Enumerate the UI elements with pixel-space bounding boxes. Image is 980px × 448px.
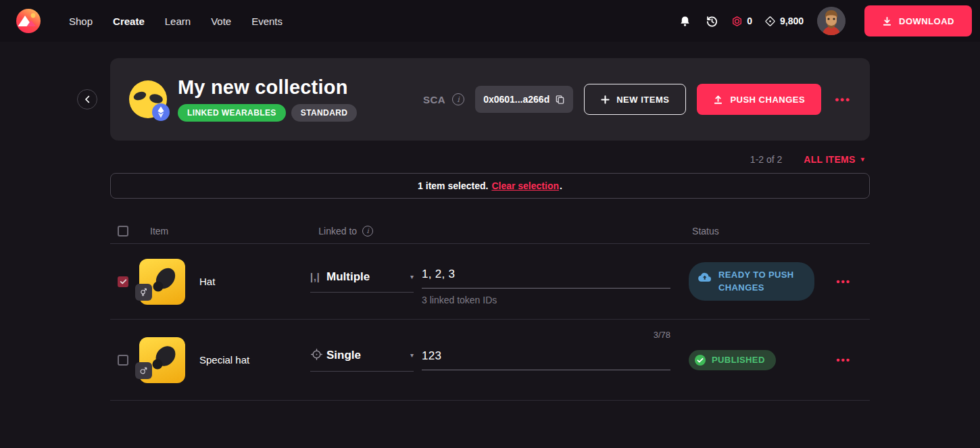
collection-header-card: My new collection LINKED WEARABLES STAND…	[110, 58, 870, 141]
mana-amount: 0	[747, 16, 752, 26]
new-items-label: NEW ITEMS	[616, 95, 669, 105]
items-filter-label: ALL ITEMS	[804, 154, 855, 165]
ethereum-network-badge-icon	[152, 103, 170, 121]
male-body-shape-icon	[135, 362, 152, 379]
download-label: DOWNLOAD	[899, 16, 954, 26]
upload-icon	[713, 95, 723, 105]
items-filter-dropdown[interactable]: ALL ITEMS ▾	[804, 154, 864, 165]
main-nav: Shop Create Learn Vote Events	[69, 16, 283, 27]
item-more-menu[interactable]: •••	[836, 276, 851, 287]
mana-icon	[731, 16, 743, 27]
select-all-checkbox[interactable]	[118, 226, 128, 237]
collection-thumbnail	[129, 80, 167, 118]
back-button[interactable]	[77, 89, 97, 109]
decentraland-logo-icon[interactable]	[16, 9, 41, 33]
token-id-input[interactable]	[422, 349, 670, 370]
selection-banner: 1 item selected. Clear selection .	[110, 173, 870, 199]
nav-vote[interactable]: Vote	[211, 16, 231, 27]
chevron-down-icon: ▾	[861, 156, 864, 163]
collection-more-menu[interactable]: •••	[832, 94, 854, 105]
single-id-crosshair-icon	[310, 348, 326, 363]
table-row-hat: Hat |,| Multiple ▾ 3 linked token IDs	[110, 244, 870, 320]
push-changes-button[interactable]: PUSH CHANGES	[697, 84, 821, 115]
table-header-row: Item Linked to i Status	[110, 218, 870, 244]
items-toolbar: 1-2 of 2 ALL ITEMS ▾	[110, 154, 870, 165]
new-items-button[interactable]: NEW ITEMS	[584, 84, 686, 115]
mana-balance[interactable]: 0	[731, 16, 752, 27]
linked-token-ids-helper: 3 linked token IDs	[422, 295, 670, 305]
nav-shop[interactable]: Shop	[69, 16, 93, 27]
points-amount: 9,800	[780, 16, 804, 26]
collection-title: My new collection	[178, 77, 357, 99]
column-linked-to: Linked to i	[318, 226, 373, 237]
row-checkbox[interactable]	[118, 276, 128, 287]
standard-badge: STANDARD	[291, 104, 358, 122]
status-badge-ready-to-push: READY TO PUSH CHANGES	[689, 262, 814, 301]
check-circle-icon	[694, 354, 706, 366]
top-navbar: Shop Create Learn Vote Events	[0, 0, 980, 42]
linked-to-info-icon[interactable]: i	[362, 226, 373, 237]
nav-create[interactable]: Create	[113, 16, 145, 27]
mapping-type-label: Single	[326, 349, 361, 362]
linked-wearables-badge: LINKED WEARABLES	[178, 104, 286, 122]
notifications-bell-icon[interactable]	[677, 14, 692, 28]
cloud-upload-icon	[697, 272, 712, 282]
contract-address: 0x0601...a266d	[483, 94, 549, 105]
nav-events[interactable]: Events	[251, 16, 283, 27]
status-text: PUBLISHED	[712, 355, 765, 365]
sca-info-icon[interactable]: i	[452, 93, 464, 105]
diamond-icon	[764, 16, 776, 27]
activity-history-icon[interactable]	[704, 14, 719, 28]
column-status: Status	[692, 226, 719, 237]
mapping-type-dropdown[interactable]: Single ▾	[310, 348, 414, 372]
push-changes-label: PUSH CHANGES	[730, 95, 805, 105]
user-avatar[interactable]	[817, 7, 846, 35]
copy-icon[interactable]	[555, 95, 565, 105]
token-ids-field: 3 linked token IDs	[422, 268, 670, 305]
download-icon	[882, 16, 892, 26]
item-name[interactable]: Special hat	[199, 354, 310, 366]
points-balance[interactable]: 9,800	[764, 16, 804, 27]
mapping-type-dropdown[interactable]: |,| Multiple ▾	[310, 270, 414, 293]
column-linked-to-label: Linked to	[318, 226, 357, 237]
status-badge-published: PUBLISHED	[689, 350, 776, 370]
nav-learn[interactable]: Learn	[165, 16, 191, 27]
item-thumbnail[interactable]	[139, 259, 185, 305]
token-id-field: 3/78	[422, 349, 670, 370]
item-name[interactable]: Hat	[199, 276, 310, 287]
mapping-type-label: Multiple	[326, 270, 370, 284]
pagination-count: 1-2 of 2	[750, 154, 782, 165]
table-row-special-hat: Special hat Single ▾ 3/78	[110, 320, 870, 401]
chevron-down-icon: ▾	[410, 274, 414, 280]
chevron-left-icon	[84, 95, 90, 103]
status-text: READY TO PUSH CHANGES	[718, 269, 804, 295]
items-table: Item Linked to i Status	[110, 218, 870, 401]
char-counter: 3/78	[654, 330, 670, 340]
sca-label: SCA	[423, 94, 445, 105]
multiple-ids-icon: |,|	[310, 272, 326, 282]
plus-icon	[601, 95, 610, 104]
selection-suffix: .	[560, 180, 562, 191]
download-button[interactable]: DOWNLOAD	[864, 5, 972, 36]
row-checkbox[interactable]	[118, 355, 128, 366]
contract-address-pill[interactable]: 0x0601...a266d	[475, 86, 573, 113]
clear-selection-link[interactable]: Clear selection	[491, 180, 559, 191]
token-ids-input[interactable]	[422, 268, 670, 288]
selection-message: 1 item selected.	[418, 180, 488, 191]
item-more-menu[interactable]: •••	[836, 355, 851, 365]
column-item: Item	[150, 226, 168, 237]
unisex-body-shape-icon	[135, 284, 152, 301]
chevron-down-icon: ▾	[410, 352, 414, 359]
item-thumbnail[interactable]	[139, 337, 185, 383]
check-icon	[120, 278, 127, 285]
